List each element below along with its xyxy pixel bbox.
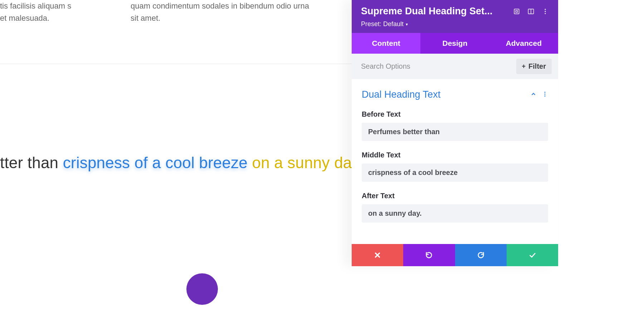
after-text-input[interactable] xyxy=(362,204,548,223)
lorem-text-right: quam condimentum sodales in bibendum odi… xyxy=(131,0,317,24)
redo-button[interactable] xyxy=(455,244,507,266)
lorem-text-left: tis facilisis aliquam s et malesuada. xyxy=(0,0,72,24)
undo-button[interactable] xyxy=(403,244,455,266)
settings-tabs: Content Design Advanced xyxy=(352,33,558,54)
svg-point-5 xyxy=(545,11,546,12)
filter-label: Filter xyxy=(528,62,546,70)
field-middle-text: Middle Text xyxy=(362,151,548,182)
kebab-menu-icon[interactable] xyxy=(542,8,549,15)
svg-rect-0 xyxy=(514,9,519,14)
svg-point-7 xyxy=(545,92,546,93)
filter-button[interactable]: + Filter xyxy=(516,59,552,74)
svg-point-9 xyxy=(545,95,546,96)
tab-advanced[interactable]: Advanced xyxy=(489,33,558,54)
field-after-text: After Text xyxy=(362,192,548,223)
svg-point-4 xyxy=(545,9,546,10)
module-settings-panel: Supreme Dual Heading Set... Preset: Defa… xyxy=(352,0,558,266)
svg-point-6 xyxy=(545,13,546,14)
chevron-up-icon[interactable] xyxy=(530,91,537,99)
cancel-button[interactable] xyxy=(352,244,403,266)
after-text-label: After Text xyxy=(362,192,548,200)
heading-after-text: on a sunny day. xyxy=(248,154,363,171)
save-button[interactable] xyxy=(507,244,558,266)
before-text-label: Before Text xyxy=(362,110,548,118)
plus-icon: + xyxy=(522,63,526,70)
section-title: Dual Heading Text xyxy=(362,89,525,100)
heading-middle-text: crispness of a cool breeze xyxy=(63,154,248,171)
floating-action-button[interactable] xyxy=(186,273,218,305)
caret-down-icon: ▾ xyxy=(406,22,408,27)
middle-text-input[interactable] xyxy=(362,164,548,182)
preset-selector[interactable]: Preset: Default ▾ xyxy=(361,20,549,28)
dual-heading-preview[interactable]: tter than crispness of a cool breeze on … xyxy=(0,154,363,172)
heading-before-text: tter than xyxy=(0,154,63,171)
svg-point-8 xyxy=(545,93,546,94)
tab-content[interactable]: Content xyxy=(352,33,420,54)
panel-footer xyxy=(352,244,558,266)
tab-design[interactable]: Design xyxy=(420,33,489,54)
section-divider xyxy=(0,64,352,64)
panel-body[interactable]: Dual Heading Text Before Text Middle Tex… xyxy=(352,79,558,244)
svg-rect-1 xyxy=(516,10,518,12)
section-menu-icon[interactable] xyxy=(542,91,548,99)
toggle-view-icon[interactable] xyxy=(527,8,535,15)
search-row: + Filter xyxy=(352,54,558,79)
section-header[interactable]: Dual Heading Text xyxy=(362,89,548,100)
middle-text-label: Middle Text xyxy=(362,151,548,159)
panel-title: Supreme Dual Heading Set... xyxy=(361,6,506,17)
before-text-input[interactable] xyxy=(362,123,548,141)
page-preview-canvas: tis facilisis aliquam s et malesuada. qu… xyxy=(0,0,352,322)
field-before-text: Before Text xyxy=(362,110,548,141)
expand-icon[interactable] xyxy=(513,8,520,15)
panel-header: Supreme Dual Heading Set... Preset: Defa… xyxy=(352,0,558,33)
search-options-input[interactable] xyxy=(361,62,513,70)
preset-label: Preset: Default xyxy=(361,20,404,28)
